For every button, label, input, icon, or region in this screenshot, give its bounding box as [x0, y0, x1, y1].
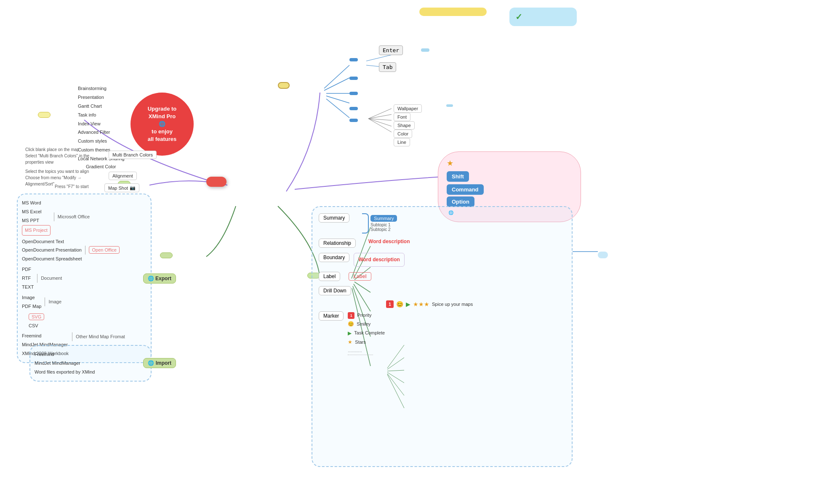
- basic-toolbox-container: Summary Summary Subtopic 1 Subtopic 2 Re…: [312, 206, 573, 467]
- priority-icon: 1: [386, 300, 394, 308]
- export-csv: CSV: [29, 321, 147, 330]
- od-text: OpenDocument Text: [22, 237, 82, 246]
- item-customstyles: Custom styles: [78, 137, 125, 146]
- marker-label-box: Marker: [319, 311, 344, 321]
- shift-key: Shift: [447, 171, 469, 182]
- command-key: Command: [447, 184, 484, 195]
- enter-key-area: Enter: [379, 45, 406, 55]
- label-example: Label: [349, 272, 371, 281]
- mapshot-label: Map Shot 📷: [104, 183, 139, 192]
- priority-marker-icon: 1: [348, 312, 354, 319]
- step-1-press: [349, 58, 358, 61]
- beautify-line: Line: [394, 138, 410, 146]
- smiley-icon: 😊: [396, 301, 403, 308]
- od-pres: OpenDocument Presentation: [22, 246, 82, 255]
- export-pdf: PDF: [22, 265, 34, 274]
- beautify-props-view: [377, 119, 381, 120]
- whats-more-node: [38, 112, 51, 118]
- beautify-wallpaper: Wallpaper: [394, 104, 422, 113]
- relationship-label-box: Relationship: [319, 239, 356, 248]
- summary-shape: Summary: [370, 215, 397, 222]
- item-presentation: Presentation: [78, 93, 125, 102]
- smiley-marker-label: Smiley: [357, 320, 370, 329]
- enrich-desc: [377, 92, 381, 93]
- import-export-node: [160, 252, 173, 258]
- item-taskinfo: Task info: [78, 111, 125, 119]
- option-key: Option: [447, 196, 474, 207]
- priority-marker-label: Priority: [357, 311, 371, 320]
- svg-line-7: [368, 109, 392, 119]
- export-svg: SVG: [29, 313, 44, 320]
- properties-view-1: [446, 104, 453, 107]
- import-wordfiles: Word files exported by XMind: [35, 368, 147, 377]
- svg-line-11: [368, 119, 392, 132]
- central-node[interactable]: [206, 177, 226, 187]
- how-to-map-box: [278, 82, 290, 89]
- multi-branch-label: Multi Branch Colors: [109, 151, 157, 159]
- item-indexview: Index View: [78, 119, 125, 128]
- svg-line-1: [324, 78, 349, 90]
- beautify-shape: Shape: [394, 121, 415, 130]
- task-complete-marker-icon: ▶: [348, 329, 352, 338]
- step-4-structure: [349, 107, 358, 110]
- od-spreadsheet: OpenDocument Spreadsheet: [22, 255, 82, 263]
- ms-word: MS Word: [22, 199, 51, 207]
- enter-key: Enter: [379, 45, 403, 55]
- step-2-input: [349, 77, 358, 80]
- mapshot-group: Press "F7" to start: [55, 184, 88, 189]
- try-keys-text: [421, 48, 429, 52]
- label-label-box: Label: [319, 272, 340, 281]
- svg-line-8: [368, 114, 392, 119]
- boundary-word-desc: Word description: [358, 256, 400, 264]
- beautify-font: Font: [394, 113, 410, 121]
- word-description-1: Word description: [368, 239, 410, 244]
- drilldown-label-box: Drill Down: [319, 286, 351, 295]
- stars-marker-label: Stars: [355, 338, 366, 347]
- alignment-label: Alignment: [109, 172, 137, 180]
- boundary-label-box: Boundary: [319, 253, 349, 262]
- task-complete-marker-label: Task Complete: [354, 329, 385, 337]
- ms-ppt: MS PPT: [22, 216, 51, 225]
- summary-bracket-area: Summary Subtopic 1 Subtopic 2: [362, 213, 397, 233]
- tab-key-area: Tab: [379, 62, 400, 72]
- import-mindjet: MindJet MindManager: [35, 359, 147, 368]
- item-gantt: Gantt Chart: [78, 102, 125, 111]
- svg-line-4: [326, 99, 349, 118]
- export-rtf: RTF: [22, 274, 34, 283]
- more-markers: ............: [348, 347, 373, 355]
- step-3-enrich: [349, 92, 358, 95]
- stars-marker-icon: ★: [348, 338, 352, 347]
- step-5-beautify: [349, 119, 358, 122]
- import-label: 🌐 Import: [143, 358, 176, 368]
- multi-branch-group: Click blank place on the map Select "Mul…: [25, 146, 105, 165]
- export-image: Image: [22, 293, 41, 302]
- ms-project: MS Project: [22, 225, 51, 236]
- task-complete-icon: ▶: [406, 301, 410, 308]
- export-box: MS Word MS Excel MS PPT MS Project Micro…: [17, 194, 152, 363]
- ms-excel: MS Excel: [22, 207, 51, 216]
- callout-blue: ✓: [509, 8, 577, 26]
- input-desc: [377, 77, 381, 78]
- item-brainstorming: Brainstorming: [78, 84, 125, 93]
- callout-yellow: [419, 8, 487, 16]
- import-freemind: Freemind: [35, 350, 147, 359]
- upgrade-box[interactable]: Upgrade to XMind Pro 🌐 to enjoy all feat…: [131, 93, 194, 156]
- structure-desc: [377, 107, 381, 109]
- svg-line-0: [324, 65, 349, 88]
- export-text: TEXT: [22, 283, 34, 292]
- stars-icons: ★★★: [413, 301, 429, 308]
- export-pdfmap: PDF Map: [22, 302, 41, 311]
- svg-line-3: [326, 96, 349, 103]
- toolbar-note: [598, 252, 608, 258]
- item-filter: Advanced Filter: [78, 128, 125, 137]
- import-box: Freemind MindJet MindManager Word files …: [29, 345, 152, 382]
- tab-key: Tab: [379, 62, 396, 72]
- export-freemind: Freemind: [22, 332, 69, 340]
- beautify-color: Color: [394, 130, 412, 138]
- smiley-marker-icon: 😊: [348, 320, 354, 329]
- export-label: 🌐 Export: [143, 273, 176, 284]
- summary-label-box: Summary: [319, 213, 349, 223]
